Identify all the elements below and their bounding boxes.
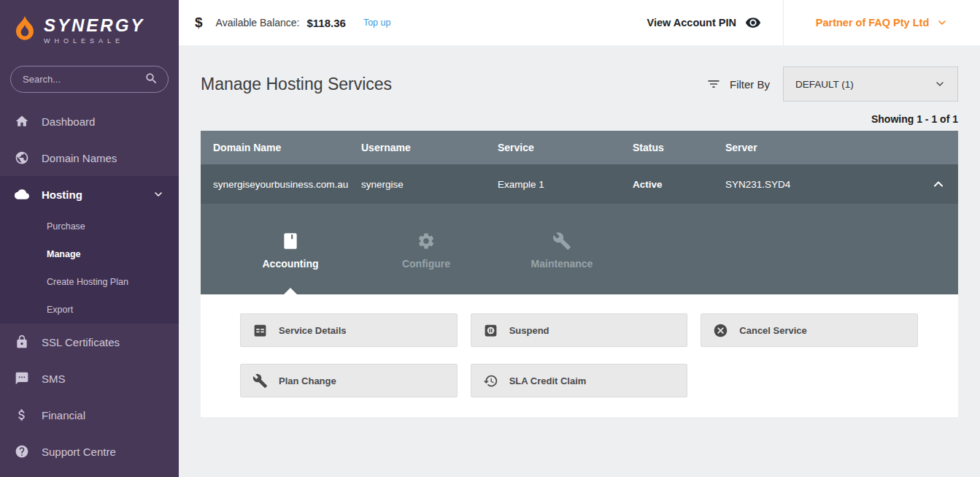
subitem-label: Create Hosting Plan [47,277,128,287]
question-icon [15,444,29,459]
action-label: Plan Change [279,375,336,386]
table-row[interactable]: synergiseyourbusiness.com.au synergise E… [201,164,958,204]
action-label: Cancel Service [739,325,807,336]
sidebar-item-label: Domain Names [42,152,117,164]
service-details-icon [252,323,268,338]
balance-label: Available Balance: [216,17,300,28]
globe-icon [15,150,29,165]
service-details-button[interactable]: Service Details [240,313,458,347]
cloud-icon [15,187,29,202]
cell-status: Active [633,179,725,190]
app-root: SYNERGY WHOLESALE Dashboard Domain Nam [0,0,980,477]
sidebar-subitem-create-hosting-plan[interactable]: Create Hosting Plan [0,268,179,296]
action-label: SLA Credit Claim [509,375,587,386]
tab-label: Configure [402,258,450,270]
logo-text: SYNERGY WHOLESALE [44,17,144,45]
active-tab-pointer [284,288,297,294]
chevron-down-icon [934,78,946,90]
sidebar-item-label: Hosting [42,188,82,201]
filter-dropdown[interactable]: DEFAULT (1) [783,66,958,102]
sidebar-item-hosting[interactable]: Hosting [0,176,179,213]
sidebar-item-dashboard[interactable]: Dashboard [0,103,179,140]
partner-account-dropdown[interactable]: Partner of FAQ Pty Ltd [783,0,980,45]
cancel-icon [713,323,728,338]
chevron-down-icon [153,188,164,200]
showing-count: Showing 1 - 1 of 1 [201,113,958,125]
hosting-services-table: Domain Name Username Service Status Serv… [201,131,958,417]
top-up-link[interactable]: Top up [363,18,391,28]
book-icon [281,232,300,251]
dollar-icon [15,408,29,422]
partner-label: Partner of FAQ Pty Ltd [816,17,930,28]
sla-credit-claim-button[interactable]: SLA Credit Claim [471,364,688,397]
cancel-service-button[interactable]: Cancel Service [701,313,918,347]
gear-icon [417,232,436,251]
search-icon[interactable] [144,72,158,85]
table-header-row: Domain Name Username Service Status Serv… [201,131,958,164]
accounting-actions-panel: Service Details Suspend [201,294,958,417]
sidebar-item-sms[interactable]: SMS [0,360,179,397]
suspend-button[interactable]: Suspend [471,313,688,347]
sidebar-item-label: Financial [42,409,85,421]
sidebar-subitem-purchase[interactable]: Purchase [0,213,179,240]
sidebar-item-label: SMS [42,373,66,385]
action-label: Suspend [509,325,549,336]
balance-value: $118.36 [307,17,346,29]
expanded-row-panel: Accounting Configure Maintenance [201,204,958,294]
filter-group: Filter By DEFAULT (1) [706,66,958,102]
column-header-username: Username [361,142,498,153]
suspend-icon [483,323,498,338]
sidebar-item-ssl-certificates[interactable]: SSL Certificates [0,324,179,360]
filter-by-label: Filter By [730,78,770,91]
chevron-up-icon[interactable] [931,177,946,191]
wrench-icon [252,373,268,389]
sidebar-item-financial[interactable]: Financial [0,397,179,433]
brand-subtitle: WHOLESALE [44,37,144,45]
sidebar-hosting-section: Hosting Purchase Manage Create Hosting P… [0,176,179,324]
balance-dollar-icon: $ [195,15,203,31]
home-icon [15,114,29,129]
wrench-icon [552,232,571,251]
tab-configure[interactable]: Configure [358,204,494,294]
sidebar-subitem-export[interactable]: Export [0,296,179,324]
tab-label: Maintenance [531,258,593,270]
sidebar-nav: Dashboard Domain Names Hosting [0,103,179,477]
sidebar-subitem-manage[interactable]: Manage [0,240,179,268]
action-label: Service Details [279,325,347,336]
chevron-down-icon [936,17,948,28]
tab-maintenance[interactable]: Maintenance [494,204,630,294]
view-pin-label: View Account PIN [647,17,736,28]
main-column: $ Available Balance: $118.36 Top up View… [179,0,980,477]
topbar-left: $ Available Balance: $118.36 Top up View… [179,0,783,45]
sidebar-item-label: Support Centre [42,446,116,458]
chat-icon [15,371,29,386]
filter-dropdown-value: DEFAULT (1) [795,79,854,90]
sidebar-search [0,61,179,103]
cell-service: Example 1 [498,179,633,190]
subitem-label: Manage [47,249,81,259]
topbar: $ Available Balance: $118.36 Top up View… [179,0,980,45]
sidebar-item-domain-names[interactable]: Domain Names [0,140,179,176]
subitem-label: Purchase [47,221,85,232]
column-header-server: Server [725,142,921,153]
sidebar-item-support-centre[interactable]: Support Centre [0,433,179,470]
column-header-service: Service [498,142,633,153]
cell-server: SYN231.SYD4 [725,179,921,190]
column-header-domain: Domain Name [213,142,361,153]
lock-icon [15,335,29,349]
logo: SYNERGY WHOLESALE [0,0,179,61]
tab-accounting[interactable]: Accounting [223,204,358,294]
page-title: Manage Hosting Services [201,75,392,94]
cell-domain: synergiseyourbusiness.com.au [213,179,361,190]
cell-username: synergise [361,179,498,190]
title-row: Manage Hosting Services Filter By DEFAUL… [201,66,958,102]
view-account-pin-button[interactable]: View Account PIN [647,15,761,31]
column-header-status: Status [633,142,725,153]
sidebar-item-label: Dashboard [42,115,95,128]
hosting-submenu: Purchase Manage Create Hosting Plan Expo… [0,213,179,324]
subitem-label: Export [47,305,73,315]
history-clock-icon [483,373,498,389]
plan-change-button[interactable]: Plan Change [240,364,458,397]
sidebar-item-label: SSL Certificates [42,336,120,348]
eye-icon [745,15,761,31]
